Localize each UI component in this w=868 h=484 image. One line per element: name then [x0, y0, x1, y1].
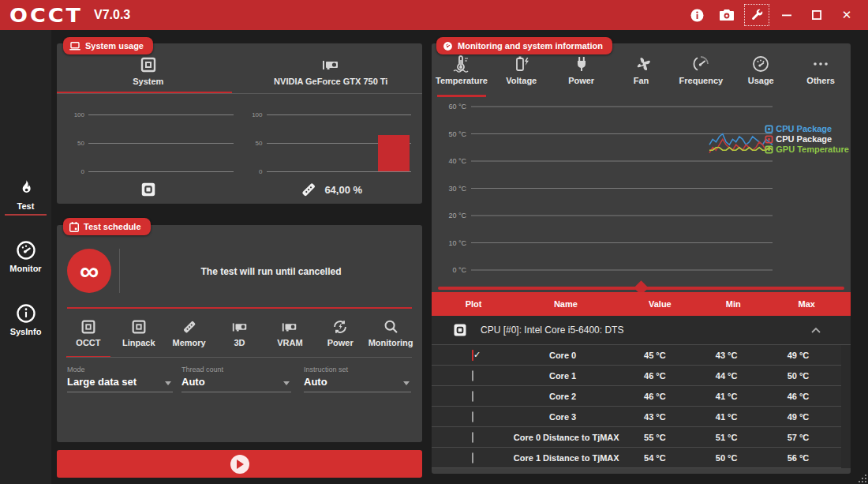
sensor-value: 54 °C [612, 453, 698, 463]
svg-text:30 °C: 30 °C [448, 185, 466, 193]
gauge-footer: 64,00 % [57, 179, 422, 200]
gpu-memory-usage-bar [378, 135, 410, 171]
screenshot-button[interactable] [715, 5, 739, 25]
tab-temperature[interactable]: Temperature [432, 54, 492, 94]
infinity-icon: ∞ [80, 257, 99, 284]
maximize-button[interactable] [805, 5, 829, 25]
cpu-icon [130, 318, 148, 336]
sensor-value: 43 °C [612, 412, 698, 422]
mode-select[interactable]: Mode Large data set [67, 366, 173, 392]
tab-linpack[interactable]: Linpack [114, 318, 164, 355]
sensor-max: 49 °C [755, 412, 841, 422]
minimize-button[interactable] [775, 5, 799, 25]
instruction-set-select[interactable]: Instruction set Auto [304, 366, 411, 392]
monitoring-panel: Temperature Voltage Power Fan Frequency [432, 43, 851, 474]
system-usage-gauge: 100 50 0 [68, 114, 234, 171]
tab-power[interactable]: Power [315, 318, 365, 355]
cpu-group-row[interactable]: CPU [#0]: Intel Core i5-6400: DTS [432, 316, 851, 345]
sidebar-item-test[interactable]: Test [0, 178, 51, 216]
test-type-tabs: OCCT Linpack Memory 3D VRAM [63, 318, 416, 355]
cpu-usage-footer [57, 179, 240, 200]
table-row[interactable]: Core 2 46 °C 41 °C 46 °C [432, 386, 841, 407]
legend-entry: CPU Package [765, 134, 849, 144]
plot-checkbox[interactable] [472, 411, 473, 422]
thermometer-icon [452, 54, 471, 73]
tab-voltage[interactable]: Voltage [492, 54, 552, 94]
col-name: Name [515, 299, 615, 309]
close-icon: ✕ [842, 8, 852, 22]
tab-vram[interactable]: VRAM [264, 318, 315, 355]
info-icon [690, 9, 704, 22]
plot-checkbox[interactable] [472, 370, 473, 381]
table-row[interactable]: Core 0 45 °C 43 °C 49 °C [432, 345, 841, 366]
vertical-divider [119, 249, 120, 293]
settings-button[interactable] [745, 5, 769, 25]
tab-label: Frequency [671, 76, 731, 85]
sidebar-item-label: Test [0, 201, 51, 211]
table-row[interactable]: Core 0 Distance to TjMAX 55 °C 51 °C 57 … [432, 427, 841, 448]
active-underline [5, 214, 47, 216]
tab-memory[interactable]: Memory [164, 318, 215, 355]
close-button[interactable]: ✕ [835, 5, 859, 25]
battery-icon [512, 54, 531, 73]
sensor-table: Plot Name Value Min Max CPU [#0]: Intel … [432, 292, 851, 468]
table-row[interactable]: Core 1 46 °C 44 °C 50 °C [432, 366, 841, 386]
col-value: Value [616, 299, 705, 309]
schedule-underline [67, 307, 412, 309]
badge-label: System usage [85, 41, 144, 51]
sensor-min: 41 °C [698, 392, 755, 401]
tabs-separator [67, 357, 412, 358]
tab-system[interactable]: System [57, 55, 240, 93]
sensor-min: 50 °C [698, 453, 755, 463]
tab-label: Temperature [432, 76, 492, 85]
plug-icon [572, 54, 591, 73]
sidebar-item-label: Monitor [0, 264, 51, 273]
tab-monitoring[interactable]: Monitoring [365, 318, 416, 355]
tab-occt[interactable]: OCCT [63, 318, 114, 355]
infinite-duration-button[interactable]: ∞ [67, 249, 111, 293]
sidebar-item-monitor[interactable]: Monitor [0, 239, 51, 273]
plot-checkbox[interactable] [472, 350, 473, 361]
flame-icon [16, 178, 36, 199]
sidebar-item-sysinfo[interactable]: SysInfo [0, 302, 51, 336]
tab-label: Fan [612, 76, 672, 85]
col-min: Min [704, 299, 762, 309]
maximize-icon [812, 10, 821, 20]
sensor-name: Core 1 [514, 371, 612, 381]
group-label: CPU [#0]: Intel Core i5-6400: DTS [481, 325, 623, 336]
tab-nvidia-gtx-750ti[interactable]: NVIDIA GeForce GTX 750 Ti [240, 55, 423, 93]
table-row[interactable]: Core 3 43 °C 41 °C 49 °C [432, 407, 841, 427]
frequency-gauge-icon [691, 54, 710, 73]
device-tabs: System NVIDIA GeForce GTX 750 Ti [57, 55, 422, 93]
thread-count-select[interactable]: Thread count Auto [181, 366, 291, 392]
tab-usage[interactable]: Usage [731, 54, 791, 94]
system-usage-badge: System usage [63, 37, 153, 54]
col-plot: Plot [432, 299, 515, 309]
tab-others[interactable]: Others [791, 54, 851, 94]
resize-grip-icon[interactable] [859, 475, 867, 483]
memory-icon [181, 318, 198, 336]
cpu-icon [80, 318, 97, 336]
about-button[interactable] [685, 5, 709, 25]
start-test-button[interactable] [57, 450, 422, 478]
table-header: Plot Name Value Min Max [432, 292, 851, 316]
tab-label: Power [315, 338, 365, 347]
plot-checkbox[interactable] [472, 391, 473, 402]
svg-text:0 °C: 0 °C [452, 266, 466, 274]
camera-icon [720, 9, 734, 21]
sensor-min: 44 °C [698, 371, 755, 381]
field-label: Thread count [181, 366, 291, 373]
plot-checkbox[interactable] [472, 452, 473, 463]
fan-icon [632, 54, 651, 73]
tab-frequency[interactable]: Frequency [671, 54, 731, 94]
gpu-icon [230, 318, 249, 336]
tab-power[interactable]: Power [552, 54, 612, 94]
tick-label: 100 [246, 111, 267, 118]
tick-label: 50 [246, 140, 267, 147]
tab-3d[interactable]: 3D [215, 318, 265, 355]
tab-fan[interactable]: Fan [612, 54, 672, 94]
table-row[interactable]: Core 1 Distance to TjMAX 54 °C 50 °C 56 … [432, 448, 841, 468]
plot-checkbox[interactable] [472, 432, 473, 443]
chevron-down-icon [165, 381, 171, 385]
chevron-up-icon[interactable] [811, 327, 821, 333]
